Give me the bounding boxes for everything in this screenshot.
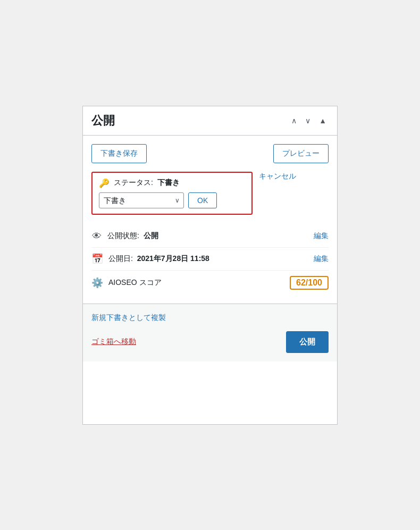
draft-save-button[interactable]: 下書き保存 [91,144,147,163]
publish-button[interactable]: 公開 [286,331,329,353]
collapse-up-button[interactable]: ∧ [289,115,299,126]
panel-footer: 新規下書きとして複製 ゴミ箱へ移動 公開 [83,304,337,361]
calendar-icon: 📅 [91,253,103,265]
footer-bottom: ゴミ箱へ移動 公開 [91,331,329,353]
footer-top: 新規下書きとして複製 [91,313,329,323]
status-select[interactable]: 下書き 公開 パスワード保護 [99,192,184,208]
header-controls: ∧ ∨ ▲ [289,115,329,126]
panel-header: 公開 ∧ ∨ ▲ [83,106,337,136]
aioseo-row: ⚙️ AIOSEO スコア 62/100 [91,271,329,295]
duplicate-link[interactable]: 新規下書きとして複製 [91,313,166,322]
key-icon: 🔑 [99,178,110,188]
ok-button[interactable]: OK [188,192,217,208]
publish-date-value: 2021年7月28日 11:58 [137,254,209,263]
publish-panel: 公開 ∧ ∨ ▲ 下書き保存 プレビュー 🔑 ステータス: 下書き [82,106,338,425]
toggle-button[interactable]: ▲ [317,115,329,126]
aioseo-gear-icon: ⚙️ [91,277,103,289]
collapse-down-button[interactable]: ∨ [303,115,313,126]
aioseo-label: AIOSEO スコア [108,278,284,288]
status-box: 🔑 ステータス: 下書き 下書き 公開 パスワード保護 [91,172,253,215]
visibility-edit-link[interactable]: 編集 [314,231,329,241]
visibility-row: 👁 公開状態: 公開 編集 [91,225,329,248]
info-rows: 👁 公開状態: 公開 編集 📅 公開日: 2021年7月28日 11:58 編集… [91,225,329,295]
eye-icon: 👁 [91,231,102,242]
trash-button[interactable]: ゴミ箱へ移動 [91,337,136,347]
panel-title: 公開 [91,113,115,129]
visibility-label: 公開状態: 公開 [107,231,308,241]
publish-date-edit-link[interactable]: 編集 [314,254,329,264]
status-label-text: ステータス: 下書き [114,178,180,188]
publish-date-row: 📅 公開日: 2021年7月28日 11:58 編集 [91,248,329,271]
preview-button[interactable]: プレビュー [273,144,329,163]
status-title-row: 🔑 ステータス: 下書き [99,178,245,188]
top-buttons: 下書き保存 プレビュー [91,144,329,163]
status-value: 下書き [157,178,180,187]
cancel-link[interactable]: キャンセル [259,172,296,181]
visibility-value: 公開 [144,231,158,240]
panel-body: 下書き保存 プレビュー 🔑 ステータス: 下書き 下書き [83,136,337,304]
aioseo-score-badge: 62/100 [290,276,329,290]
status-select-row: 下書き 公開 パスワード保護 OK [99,192,245,208]
status-select-wrapper: 下書き 公開 パスワード保護 [99,192,184,208]
publish-date-label: 公開日: 2021年7月28日 11:58 [108,254,308,264]
